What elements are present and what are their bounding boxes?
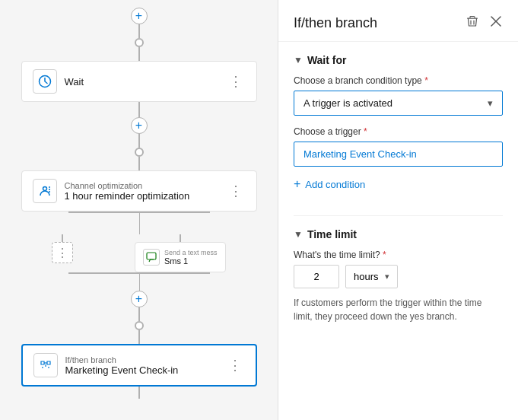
condition-type-value: A trigger is activated (303, 97, 392, 109)
ifthen-title: Marketing Event Check-in (65, 364, 218, 376)
sms-card-content: Send a text mess Sms 1 (164, 249, 218, 266)
plus-icon: + (294, 177, 300, 191)
wait-icon (33, 69, 57, 94)
time-number-input[interactable] (294, 265, 339, 288)
ifthen-icon (33, 353, 58, 377)
chevron-waitfor: ▼ (294, 55, 303, 65)
add-button-top[interactable]: + (131, 8, 148, 24)
svg-rect-6 (467, 18, 478, 19)
time-limit-question: What's the time limit? * (294, 250, 503, 260)
section-title-waitfor: Wait for (307, 54, 347, 66)
channel-opt-menu[interactable]: ⋮ (226, 183, 246, 199)
add-condition-button[interactable]: + Add condition (294, 177, 365, 191)
time-limit-section: ▼ Time limit What's the time limit? * ho… (278, 216, 518, 336)
ifthen-menu[interactable]: ⋮ (225, 357, 245, 374)
wait-card-title: Wait (65, 76, 218, 88)
channel-opt-label: Channel optimization (65, 181, 218, 190)
chevron-unit-icon: ▾ (385, 272, 389, 282)
branch-dots-left[interactable]: ⋮ (52, 242, 73, 263)
flow-canvas: + Wait ⋮ + (0, 0, 278, 420)
chevron-down-icon: ▾ (488, 97, 493, 109)
wait-card-menu[interactable]: ⋮ (226, 73, 246, 90)
sms-label: Send a text mess (164, 249, 218, 256)
section-header-waitfor: ▼ Wait for (294, 54, 503, 66)
wait-card[interactable]: Wait ⋮ (21, 61, 257, 102)
panel-header-icons (465, 14, 503, 32)
wait-card-content: Wait (65, 76, 218, 88)
sms-icon (143, 249, 160, 266)
time-unit-dropdown[interactable]: hours ▾ (345, 265, 398, 288)
chevron-timelimit: ▼ (294, 229, 303, 240)
add-button-3[interactable]: + (131, 291, 148, 307)
panel-header: If/then branch (278, 0, 518, 42)
time-unit-value: hours (354, 271, 379, 282)
ifthen-label: If/then branch (65, 355, 218, 364)
ifthen-card[interactable]: If/then branch Marketing Event Check-in … (21, 344, 257, 387)
channel-icon (33, 179, 57, 203)
condition-type-dropdown[interactable]: A trigger is activated ▾ (294, 91, 503, 116)
add-condition-label: Add condition (305, 179, 365, 190)
delete-button[interactable] (465, 14, 480, 32)
condition-type-label: Choose a branch condition type * (294, 75, 503, 86)
panel-title: If/then branch (294, 15, 377, 31)
svg-point-1 (43, 187, 46, 191)
time-input-row: hours ▾ (294, 265, 503, 288)
add-button-2[interactable]: + (131, 117, 148, 134)
connector-circle-3 (135, 321, 144, 330)
wait-for-section: ▼ Wait for Choose a branch condition typ… (278, 42, 518, 215)
sms-card[interactable]: Send a text mess Sms 1 (135, 242, 226, 272)
channel-opt-card-content: Channel optimization 1 hour reminder opt… (65, 181, 218, 202)
time-description: If customers perform the trigger within … (294, 296, 503, 323)
section-title-timelimit: Time limit (307, 228, 357, 240)
close-button[interactable] (489, 14, 503, 31)
channel-opt-card[interactable]: Channel optimization 1 hour reminder opt… (21, 170, 257, 212)
connector-circle-1 (135, 38, 144, 47)
sms-title: Sms 1 (164, 256, 218, 266)
trigger-label: Choose a trigger * (294, 126, 503, 137)
ifthen-card-content: If/then branch Marketing Event Check-in (65, 355, 218, 376)
connector-circle-2 (135, 148, 144, 157)
section-header-timelimit: ▼ Time limit (294, 228, 503, 240)
svg-rect-5 (147, 253, 156, 259)
trigger-input[interactable] (294, 142, 503, 167)
channel-opt-title: 1 hour reminder optimization (65, 190, 218, 202)
right-panel: If/then branch ▼ Wait (278, 0, 518, 420)
